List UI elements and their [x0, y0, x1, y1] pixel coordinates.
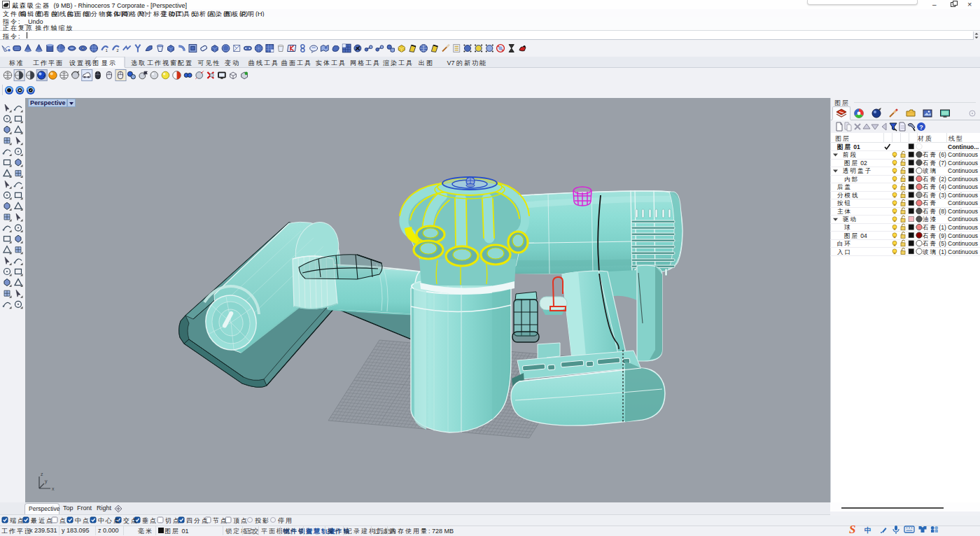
svg-text:z: z	[41, 472, 43, 477]
svg-text:y: y	[45, 479, 48, 484]
svg-text:2: 2	[116, 48, 118, 52]
svg-text:?: ?	[919, 124, 923, 131]
svg-text:S: S	[849, 523, 855, 535]
svg-text:1: 1	[106, 48, 108, 52]
svg-text:x: x	[52, 486, 55, 491]
svg-text:中: 中	[864, 526, 872, 534]
